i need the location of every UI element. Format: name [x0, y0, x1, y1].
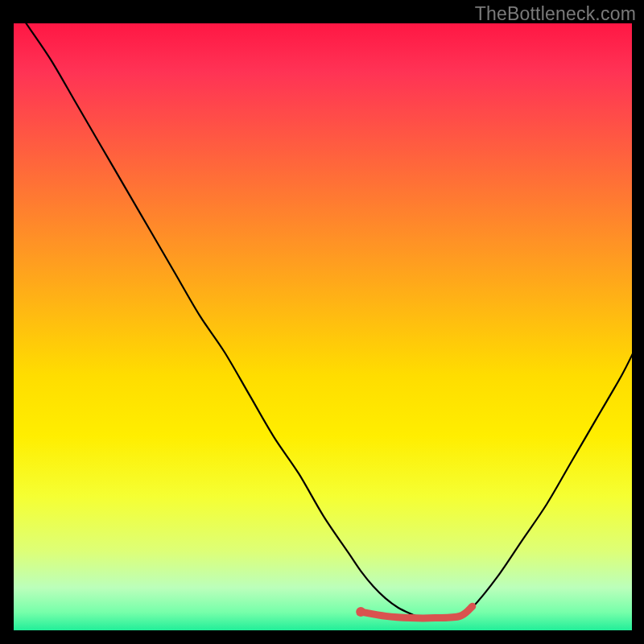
svg-point-0: [356, 607, 365, 617]
plot-area: [12, 23, 632, 632]
chart-svg: [14, 23, 634, 632]
chart-container: TheBottleneck.com: [0, 0, 644, 644]
bottleneck-curve-line: [26, 23, 634, 620]
watermark-text: TheBottleneck.com: [475, 3, 636, 25]
highlight-segment-line: [356, 606, 473, 618]
